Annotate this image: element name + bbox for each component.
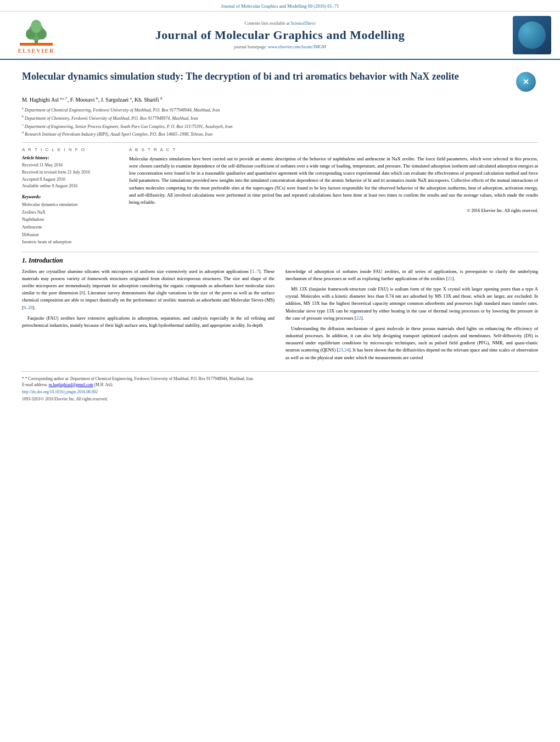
keywords-list: Molecular dynamics simulation Zeolites N…: [22, 201, 118, 246]
intro-right-p3: Understanding the diffusion mechanism of…: [285, 325, 538, 361]
contents-available-line: Contents lists available at ScienceDirec…: [64, 21, 496, 26]
affiliations: a Department of Chemical Engineering, Fe…: [22, 106, 538, 138]
journal-reference-text: Journal of Molecular Graphics and Modell…: [221, 3, 339, 9]
article-received: Received 11 May 2016: [22, 162, 118, 169]
article-revised: Received in revised form 21 July 2016: [22, 169, 118, 176]
footer-issn: 1093-3263/© 2016 Elsevier Inc. All right…: [22, 397, 538, 401]
author-email-link[interactable]: m.haghighiasl@gmail.com: [49, 382, 93, 387]
intro-right-col: knowledge of adsorption of sorbates insi…: [285, 268, 538, 365]
introduction-body: Zeolites are crystalline alumino silicat…: [22, 268, 538, 365]
elsevier-logo: ELSEVIER: [9, 16, 64, 54]
affiliation-a: a Department of Chemical Engineering, Fe…: [22, 106, 538, 114]
intro-right-p1: knowledge of adsorption of sorbates insi…: [285, 268, 538, 282]
affiliation-b: b Department of Chemistry, Ferdowsi Univ…: [22, 114, 538, 122]
intro-left-col: Zeolites are crystalline alumino silicat…: [22, 268, 275, 365]
email-note: E-mail address: m.haghighiasl@gmail.com …: [22, 382, 538, 387]
corresponding-author-note: * * Corresponding author at: Department …: [22, 376, 538, 381]
introduction-heading: 1. Introduction: [22, 256, 538, 265]
abstract-heading: A B S T R A C T: [129, 147, 538, 152]
intro-left-p2: Faujasite (FAU) zeolites have extensive …: [22, 315, 275, 329]
keywords-label: Keywords:: [22, 194, 118, 199]
svg-point-4: [31, 20, 42, 33]
elsevier-logo-area: ELSEVIER: [9, 16, 64, 54]
intro-right-p2: MS 13X (faujasite framework-structure co…: [285, 286, 538, 322]
keyword-2: Zeolites NaX: [22, 209, 118, 216]
journal-title: Journal of Molecular Graphics and Modell…: [64, 28, 496, 42]
article-info-heading: A R T I C L E I N F O: [22, 147, 118, 152]
science-direct-link[interactable]: ScienceDirect: [291, 21, 316, 26]
journal-header-center: Contents lists available at ScienceDirec…: [64, 21, 496, 49]
doi-link[interactable]: http://dx.doi.org/10.1016/j.jmgm.2016.08…: [22, 389, 98, 394]
crossmark-badge-area[interactable]: ✕: [516, 72, 538, 92]
article-online: Available online 9 August 2016: [22, 183, 118, 190]
journal-homepage-link[interactable]: www.elsevier.com/locate/JMGM: [268, 44, 326, 49]
svg-rect-5: [20, 43, 53, 46]
abstract-col: A B S T R A C T Molecular dynamics simul…: [129, 147, 538, 246]
authors-line: M. Haghighi Asl a,c,*, F. Moosavi b, J. …: [22, 96, 538, 103]
article-info-abstract-section: A R T I C L E I N F O Article history: R…: [22, 147, 538, 246]
introduction-section: 1. Introduction Zeolites are crystalline…: [22, 256, 538, 365]
journal-cover-graphic: [518, 21, 546, 49]
intro-left-p1: Zeolites are crystalline alumino silicat…: [22, 268, 275, 311]
crossmark-icon[interactable]: ✕: [516, 72, 536, 92]
intro-number: 1.: [22, 256, 27, 264]
article-accepted: Accepted 8 August 2016: [22, 176, 118, 183]
keyword-3: Naphthalene: [22, 216, 118, 224]
keyword-5: Diffusion: [22, 231, 118, 239]
abstract-text: Molecular dynamics simulations have been…: [129, 155, 538, 206]
keyword-4: Anthracene: [22, 224, 118, 231]
keyword-1: Molecular dynamics simulation: [22, 201, 118, 209]
article-info-col: A R T I C L E I N F O Article history: R…: [22, 147, 118, 246]
footer-doi: http://dx.doi.org/10.1016/j.jmgm.2016.08…: [22, 389, 538, 394]
journal-header: ELSEVIER Contents lists available at Sci…: [0, 12, 560, 60]
article-history-label: Article history:: [22, 155, 118, 160]
divider-2: [22, 252, 538, 252]
intro-title: Introduction: [29, 256, 63, 264]
article-title: Molecular dynamics simulation study: The…: [22, 70, 511, 83]
affiliation-d: d Research Institute of Petroleum Indust…: [22, 130, 538, 138]
article-footer: * * Corresponding author at: Department …: [22, 371, 538, 401]
divider-1: [22, 142, 538, 143]
article-title-section: Molecular dynamics simulation study: The…: [22, 66, 538, 92]
journal-reference-bar: Journal of Molecular Graphics and Modell…: [0, 0, 560, 12]
journal-thumbnail-area: [496, 16, 551, 54]
journal-cover-image: [513, 16, 551, 54]
affiliation-c: c Department of Engineering, Senior Proc…: [22, 122, 538, 130]
abstract-copyright: © 2016 Elsevier Inc. All rights reserved…: [129, 208, 538, 213]
elsevier-brand-text: ELSEVIER: [18, 48, 55, 54]
elsevier-tree-icon: [20, 16, 53, 47]
article-content: Molecular dynamics simulation study: The…: [0, 60, 560, 408]
keyword-6: Isosteric heats of adsorption: [22, 238, 118, 246]
journal-homepage-line: journal homepage: www.elsevier.com/locat…: [64, 44, 496, 49]
